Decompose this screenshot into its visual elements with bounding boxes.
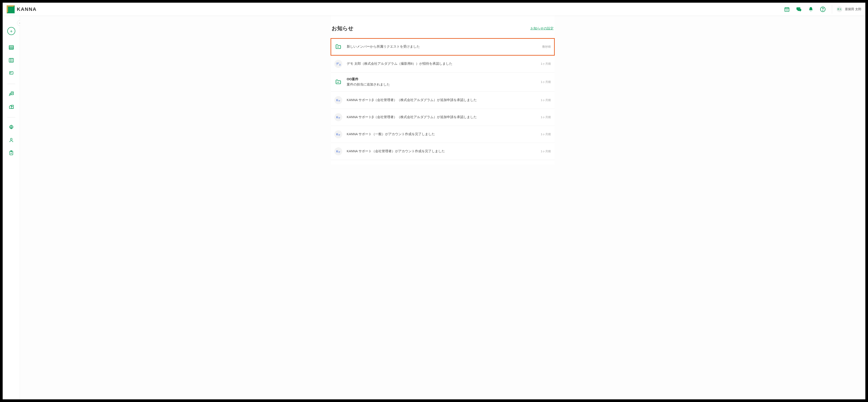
sidebar-item-members[interactable] [7, 89, 16, 98]
sidebar-divider [7, 117, 15, 118]
notification-item[interactable]: OO案件案件の担当に追加されました1ヶ月前 [331, 72, 555, 92]
page-title: お知らせ [332, 25, 353, 32]
avatar-icon: デ太 [334, 60, 342, 68]
svg-rect-19 [9, 58, 13, 62]
notification-settings-link[interactable]: お知らせの設定 [530, 26, 554, 31]
notification-time: 1ヶ月前 [541, 115, 551, 119]
page-header: お知らせ お知らせの設定 [331, 25, 555, 38]
sidebar-item-report[interactable] [7, 69, 16, 78]
sidebar-item-settings[interactable] [7, 123, 16, 132]
notification-message: 新しいメンバーから所属リクエストを受けました [347, 44, 539, 49]
header-actions [784, 6, 826, 12]
sidebar-item-profile[interactable] [7, 135, 16, 145]
app-frame: KANNA [3, 3, 865, 399]
notification-list: 新しいメンバーから所属リクエストを受けました数秒前デ太デモ 太郎（株式会社アルダ… [331, 38, 555, 160]
notification-body: KANNA サポート（会社管理者）がアカウント作成を完了しました [347, 149, 537, 154]
notification-message: KANNA サポート（会社管理者）がアカウント作成を完了しました [347, 149, 537, 154]
notification-title: OO案件 [347, 77, 537, 82]
notification-time: 1ヶ月前 [541, 132, 551, 136]
svg-rect-22 [9, 71, 13, 74]
user-menu[interactable]: 亜太 亜留田 太郎 [832, 5, 861, 14]
notification-body: KANNA サポートβ（会社管理者）（株式会社アルダグラム）が追加申請を承認しま… [347, 98, 537, 102]
sidebar-item-company[interactable] [7, 102, 16, 111]
notification-body: OO案件案件の担当に追加されました [347, 77, 537, 87]
svg-point-33 [10, 138, 12, 140]
logo-mark-icon [7, 5, 14, 13]
sidebar-item-list[interactable] [7, 43, 16, 52]
notification-time: 1ヶ月前 [541, 80, 551, 84]
calendar-icon[interactable] [784, 6, 790, 12]
chat-icon[interactable] [796, 6, 802, 12]
bell-icon[interactable] [808, 6, 814, 12]
notification-body: デモ 太郎（株式会社アルダグラム（撮影用8））が招待を承認しました [347, 61, 537, 66]
notification-time: 1ヶ月前 [541, 98, 551, 102]
notification-body: KANNA サポートβ（会社管理者）（株式会社アルダグラム）が追加申請を承認しま… [347, 115, 537, 120]
avatar-icon: Kサ [334, 130, 342, 138]
notification-item[interactable]: KサKANNA サポート（会社管理者）がアカウント作成を完了しました1ヶ月前 [331, 143, 555, 160]
folder-icon [334, 78, 342, 86]
avatar-icon: Kサ [334, 147, 342, 155]
sidebar-item-board[interactable] [7, 56, 16, 65]
avatar: 亜太 [837, 6, 842, 12]
notification-message: KANNA サポートβ（会社管理者）（株式会社アルダグラム）が追加申請を承認しま… [347, 98, 537, 102]
add-button[interactable]: ＋ [7, 27, 15, 35]
avatar-icon: Kサ [334, 96, 342, 104]
notification-time: 1ヶ月前 [541, 62, 551, 66]
sidebar-item-tasks[interactable] [7, 149, 16, 157]
notification-item[interactable]: KサKANNA サポートβ（会社管理者）（株式会社アルダグラム）が追加申請を承認… [331, 92, 555, 109]
notification-message: KANNA サポート（一般）がアカウント作成を完了しました [347, 132, 537, 137]
notification-message: デモ 太郎（株式会社アルダグラム（撮影用8））が招待を承認しました [347, 61, 537, 66]
folder-icon [334, 43, 342, 51]
notification-item[interactable]: KサKANNA サポート（一般）がアカウント作成を完了しました1ヶ月前 [331, 126, 555, 143]
user-name-label: 亜留田 太郎 [845, 7, 861, 11]
plus-icon: ＋ [9, 28, 13, 34]
help-icon[interactable] [820, 6, 826, 12]
header-bar: KANNA [3, 3, 865, 16]
svg-point-14 [823, 10, 823, 11]
body: › ＋ [3, 16, 865, 399]
notification-item[interactable]: 新しいメンバーから所属リクエストを受けました数秒前 [331, 38, 555, 55]
notification-item[interactable]: KサKANNA サポートβ（会社管理者）（株式会社アルダグラム）が追加申請を承認… [331, 109, 555, 126]
logo-text: KANNA [17, 6, 36, 12]
svg-point-32 [11, 127, 12, 128]
notification-message: KANNA サポートβ（会社管理者）（株式会社アルダグラム）が追加申請を承認しま… [347, 115, 537, 120]
notification-message: 案件の担当に追加されました [347, 82, 537, 87]
sidebar: › ＋ [3, 16, 20, 399]
notification-time: 1ヶ月前 [541, 149, 551, 153]
notification-body: KANNA サポート（一般）がアカウント作成を完了しました [347, 132, 537, 137]
notification-item[interactable]: デ太デモ 太郎（株式会社アルダグラム（撮影用8））が招待を承認しました1ヶ月前 [331, 55, 555, 72]
logo[interactable]: KANNA [7, 5, 36, 13]
avatar-icon: Kサ [334, 113, 342, 121]
notification-time: 数秒前 [542, 45, 551, 49]
notification-body: 新しいメンバーから所属リクエストを受けました [347, 44, 539, 49]
main-content: お知らせ お知らせの設定 新しいメンバーから所属リクエストを受けました数秒前デ太… [20, 16, 865, 399]
